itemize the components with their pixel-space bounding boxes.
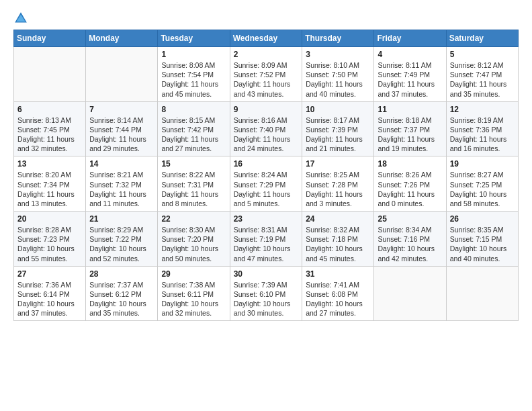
day-info: Sunrise: 8:14 AM Sunset: 7:44 PM Dayligh… xyxy=(89,116,154,154)
day-info: Sunrise: 8:08 AM Sunset: 7:54 PM Dayligh… xyxy=(161,60,226,99)
day-number: 3 xyxy=(306,50,370,59)
day-info: Sunrise: 8:34 AM Sunset: 7:16 PM Dayligh… xyxy=(378,225,442,263)
calendar-cell: 20Sunrise: 8:28 AM Sunset: 7:23 PM Dayli… xyxy=(14,212,86,267)
day-number: 10 xyxy=(306,105,370,114)
day-number: 9 xyxy=(234,105,299,114)
day-info: Sunrise: 8:10 AM Sunset: 7:50 PM Dayligh… xyxy=(306,60,370,99)
calendar-cell: 17Sunrise: 8:25 AM Sunset: 7:28 PM Dayli… xyxy=(302,156,374,212)
day-number: 7 xyxy=(89,105,154,114)
calendar-cell: 8Sunrise: 8:15 AM Sunset: 7:42 PM Daylig… xyxy=(158,101,230,156)
day-info: Sunrise: 8:25 AM Sunset: 7:28 PM Dayligh… xyxy=(306,170,370,208)
day-of-week-header: Wednesday xyxy=(230,30,302,47)
day-info: Sunrise: 8:31 AM Sunset: 7:19 PM Dayligh… xyxy=(234,225,299,263)
day-info: Sunrise: 8:11 AM Sunset: 7:49 PM Dayligh… xyxy=(378,60,442,99)
calendar-cell: 11Sunrise: 8:18 AM Sunset: 7:37 PM Dayli… xyxy=(374,101,446,156)
day-info: Sunrise: 7:39 AM Sunset: 6:10 PM Dayligh… xyxy=(234,280,299,318)
day-info: Sunrise: 8:30 AM Sunset: 7:20 PM Dayligh… xyxy=(161,225,226,263)
day-info: Sunrise: 8:17 AM Sunset: 7:39 PM Dayligh… xyxy=(306,116,370,154)
calendar-cell: 19Sunrise: 8:27 AM Sunset: 7:25 PM Dayli… xyxy=(446,156,518,212)
day-of-week-header: Thursday xyxy=(302,30,374,47)
day-number: 29 xyxy=(161,269,226,279)
day-info: Sunrise: 8:18 AM Sunset: 7:37 PM Dayligh… xyxy=(378,116,442,154)
day-number: 1 xyxy=(161,50,226,59)
calendar-week-row: 13Sunrise: 8:20 AM Sunset: 7:34 PM Dayli… xyxy=(14,156,519,212)
day-number: 17 xyxy=(306,159,370,169)
calendar-cell: 3Sunrise: 8:10 AM Sunset: 7:50 PM Daylig… xyxy=(302,47,374,102)
page-header xyxy=(13,11,519,26)
calendar-cell: 31Sunrise: 7:41 AM Sunset: 6:08 PM Dayli… xyxy=(302,266,374,321)
day-number: 23 xyxy=(234,214,299,224)
logo-icon xyxy=(13,11,28,26)
calendar-cell: 28Sunrise: 7:37 AM Sunset: 6:12 PM Dayli… xyxy=(86,266,158,321)
calendar-table: SundayMondayTuesdayWednesdayThursdayFrid… xyxy=(13,30,519,321)
calendar-cell: 1Sunrise: 8:08 AM Sunset: 7:54 PM Daylig… xyxy=(158,47,230,102)
day-info: Sunrise: 8:24 AM Sunset: 7:29 PM Dayligh… xyxy=(234,170,299,208)
day-number: 12 xyxy=(450,105,515,114)
day-of-week-header: Tuesday xyxy=(158,30,230,47)
calendar-cell: 23Sunrise: 8:31 AM Sunset: 7:19 PM Dayli… xyxy=(230,212,302,267)
calendar-cell: 27Sunrise: 7:36 AM Sunset: 6:14 PM Dayli… xyxy=(14,266,86,321)
day-info: Sunrise: 8:32 AM Sunset: 7:18 PM Dayligh… xyxy=(306,225,370,263)
day-info: Sunrise: 8:12 AM Sunset: 7:47 PM Dayligh… xyxy=(450,60,515,99)
day-number: 30 xyxy=(234,269,299,279)
day-number: 31 xyxy=(306,269,370,279)
calendar-cell: 2Sunrise: 8:09 AM Sunset: 7:52 PM Daylig… xyxy=(230,47,302,102)
day-info: Sunrise: 8:27 AM Sunset: 7:25 PM Dayligh… xyxy=(450,170,515,208)
day-number: 26 xyxy=(450,214,515,224)
day-number: 21 xyxy=(89,214,154,224)
day-number: 8 xyxy=(161,105,226,114)
calendar-week-row: 20Sunrise: 8:28 AM Sunset: 7:23 PM Dayli… xyxy=(14,212,519,267)
day-info: Sunrise: 8:28 AM Sunset: 7:23 PM Dayligh… xyxy=(17,225,82,263)
day-number: 15 xyxy=(161,159,226,169)
day-number: 14 xyxy=(89,159,154,169)
day-of-week-header: Sunday xyxy=(14,30,86,47)
day-number: 19 xyxy=(450,159,515,169)
day-info: Sunrise: 7:38 AM Sunset: 6:11 PM Dayligh… xyxy=(161,280,226,318)
calendar-cell: 15Sunrise: 8:22 AM Sunset: 7:31 PM Dayli… xyxy=(158,156,230,212)
calendar-cell: 13Sunrise: 8:20 AM Sunset: 7:34 PM Dayli… xyxy=(14,156,86,212)
calendar-cell: 26Sunrise: 8:35 AM Sunset: 7:15 PM Dayli… xyxy=(446,212,518,267)
calendar-cell xyxy=(374,266,446,321)
day-number: 5 xyxy=(450,50,515,59)
calendar-cell: 10Sunrise: 8:17 AM Sunset: 7:39 PM Dayli… xyxy=(302,101,374,156)
day-info: Sunrise: 8:26 AM Sunset: 7:26 PM Dayligh… xyxy=(378,170,442,208)
day-of-week-header: Saturday xyxy=(446,30,518,47)
calendar-week-row: 6Sunrise: 8:13 AM Sunset: 7:45 PM Daylig… xyxy=(14,101,519,156)
calendar-cell: 24Sunrise: 8:32 AM Sunset: 7:18 PM Dayli… xyxy=(302,212,374,267)
day-info: Sunrise: 7:41 AM Sunset: 6:08 PM Dayligh… xyxy=(306,280,370,318)
calendar-cell: 18Sunrise: 8:26 AM Sunset: 7:26 PM Dayli… xyxy=(374,156,446,212)
day-info: Sunrise: 7:37 AM Sunset: 6:12 PM Dayligh… xyxy=(89,280,154,318)
day-number: 24 xyxy=(306,214,370,224)
calendar-cell: 25Sunrise: 8:34 AM Sunset: 7:16 PM Dayli… xyxy=(374,212,446,267)
calendar-cell: 6Sunrise: 8:13 AM Sunset: 7:45 PM Daylig… xyxy=(14,101,86,156)
day-number: 2 xyxy=(234,50,299,59)
calendar-week-row: 1Sunrise: 8:08 AM Sunset: 7:54 PM Daylig… xyxy=(14,47,519,102)
calendar-cell: 16Sunrise: 8:24 AM Sunset: 7:29 PM Dayli… xyxy=(230,156,302,212)
day-number: 25 xyxy=(378,214,442,224)
calendar-cell: 22Sunrise: 8:30 AM Sunset: 7:20 PM Dayli… xyxy=(158,212,230,267)
day-info: Sunrise: 8:16 AM Sunset: 7:40 PM Dayligh… xyxy=(234,116,299,154)
calendar-cell xyxy=(446,266,518,321)
calendar-cell: 30Sunrise: 7:39 AM Sunset: 6:10 PM Dayli… xyxy=(230,266,302,321)
calendar-cell: 14Sunrise: 8:21 AM Sunset: 7:32 PM Dayli… xyxy=(86,156,158,212)
day-info: Sunrise: 8:21 AM Sunset: 7:32 PM Dayligh… xyxy=(89,170,154,208)
day-of-week-header: Friday xyxy=(374,30,446,47)
day-info: Sunrise: 7:36 AM Sunset: 6:14 PM Dayligh… xyxy=(17,280,82,318)
calendar-cell: 29Sunrise: 7:38 AM Sunset: 6:11 PM Dayli… xyxy=(158,266,230,321)
day-info: Sunrise: 8:20 AM Sunset: 7:34 PM Dayligh… xyxy=(17,170,82,208)
calendar-cell: 5Sunrise: 8:12 AM Sunset: 7:47 PM Daylig… xyxy=(446,47,518,102)
day-number: 20 xyxy=(17,214,82,224)
day-of-week-header: Monday xyxy=(86,30,158,47)
day-number: 18 xyxy=(378,159,442,169)
day-info: Sunrise: 8:09 AM Sunset: 7:52 PM Dayligh… xyxy=(234,60,299,99)
day-number: 27 xyxy=(17,269,82,279)
calendar-cell: 12Sunrise: 8:19 AM Sunset: 7:36 PM Dayli… xyxy=(446,101,518,156)
calendar-cell: 9Sunrise: 8:16 AM Sunset: 7:40 PM Daylig… xyxy=(230,101,302,156)
calendar-week-row: 27Sunrise: 7:36 AM Sunset: 6:14 PM Dayli… xyxy=(14,266,519,321)
day-number: 13 xyxy=(17,159,82,169)
calendar-cell xyxy=(86,47,158,102)
day-info: Sunrise: 8:29 AM Sunset: 7:22 PM Dayligh… xyxy=(89,225,154,263)
day-info: Sunrise: 8:19 AM Sunset: 7:36 PM Dayligh… xyxy=(450,116,515,154)
calendar-cell: 7Sunrise: 8:14 AM Sunset: 7:44 PM Daylig… xyxy=(86,101,158,156)
logo xyxy=(13,11,31,26)
